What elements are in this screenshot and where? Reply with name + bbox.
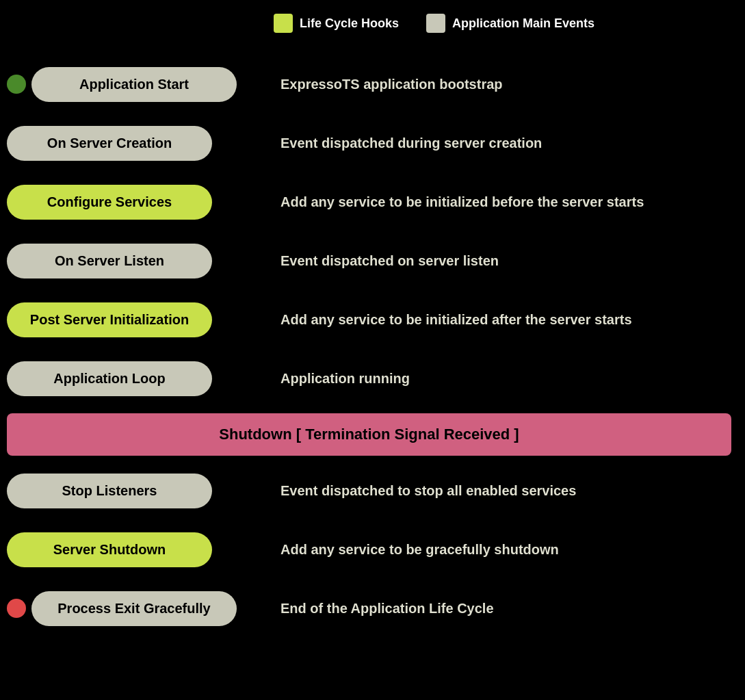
pill-server-shutdown: Server Shutdown — [7, 532, 212, 567]
legend-lifecycle-label: Life Cycle Hooks — [300, 16, 399, 31]
row-configure-services: Configure ServicesAdd any service to be … — [7, 178, 731, 226]
desc-configure-services: Add any service to be initialized before… — [260, 194, 731, 210]
lifecycle-rows: Application StartExpressoTS application … — [7, 60, 731, 402]
pill-application-start: Application Start — [31, 67, 237, 102]
shutdown-bar: Shutdown [ Termination Signal Received ] — [7, 413, 731, 456]
pill-process-exit-gracefully: Process Exit Gracefully — [31, 591, 237, 626]
row-left-configure-services: Configure Services — [7, 185, 260, 220]
row-left-server-shutdown: Server Shutdown — [7, 532, 260, 567]
pill-on-server-listen: On Server Listen — [7, 244, 212, 278]
legend-main-events-label: Application Main Events — [452, 16, 594, 31]
desc-on-server-listen: Event dispatched on server listen — [260, 253, 731, 269]
row-process-exit-gracefully: Process Exit GracefullyEnd of the Applic… — [7, 584, 731, 632]
row-server-shutdown: Server ShutdownAdd any service to be gra… — [7, 526, 731, 573]
row-left-on-server-listen: On Server Listen — [7, 244, 260, 278]
pill-configure-services: Configure Services — [7, 185, 212, 220]
pill-on-server-creation: On Server Creation — [7, 126, 212, 161]
desc-on-server-creation: Event dispatched during server creation — [260, 135, 731, 151]
red-dot-icon — [7, 599, 26, 618]
row-on-server-creation: On Server CreationEvent dispatched durin… — [7, 119, 731, 167]
legend-lifecycle-hooks: Life Cycle Hooks — [274, 14, 399, 33]
pill-application-loop: Application Loop — [7, 361, 212, 396]
legend-yellow-box — [274, 14, 293, 33]
lifecycle-rows-after: Stop ListenersEvent dispatched to stop a… — [7, 467, 731, 632]
desc-application-loop: Application running — [260, 371, 731, 387]
desc-post-server-initialization: Add any service to be initialized after … — [260, 312, 731, 328]
row-on-server-listen: On Server ListenEvent dispatched on serv… — [7, 237, 731, 285]
shutdown-row: Shutdown [ Termination Signal Received ] — [7, 413, 731, 456]
desc-process-exit-gracefully: End of the Application Life Cycle — [260, 601, 731, 617]
row-application-loop: Application LoopApplication running — [7, 354, 731, 402]
row-stop-listeners: Stop ListenersEvent dispatched to stop a… — [7, 467, 731, 515]
legend-main-events: Application Main Events — [426, 14, 594, 33]
row-left-application-loop: Application Loop — [7, 361, 260, 396]
green-dot-icon — [7, 75, 26, 94]
row-left-post-server-initialization: Post Server Initialization — [7, 302, 260, 337]
row-application-start: Application StartExpressoTS application … — [7, 60, 731, 108]
legend-gray-box — [426, 14, 445, 33]
desc-stop-listeners: Event dispatched to stop all enabled ser… — [260, 483, 731, 499]
pill-post-server-initialization: Post Server Initialization — [7, 302, 212, 337]
desc-server-shutdown: Add any service to be gracefully shutdow… — [260, 542, 731, 558]
row-left-application-start: Application Start — [7, 67, 260, 102]
row-left-process-exit-gracefully: Process Exit Gracefully — [7, 591, 260, 626]
row-left-on-server-creation: On Server Creation — [7, 126, 260, 161]
pill-stop-listeners: Stop Listeners — [7, 474, 212, 508]
row-post-server-initialization: Post Server InitializationAdd any servic… — [7, 296, 731, 343]
legend: Life Cycle Hooks Application Main Events — [7, 14, 731, 33]
desc-application-start: ExpressoTS application bootstrap — [260, 77, 731, 92]
row-left-stop-listeners: Stop Listeners — [7, 474, 260, 508]
